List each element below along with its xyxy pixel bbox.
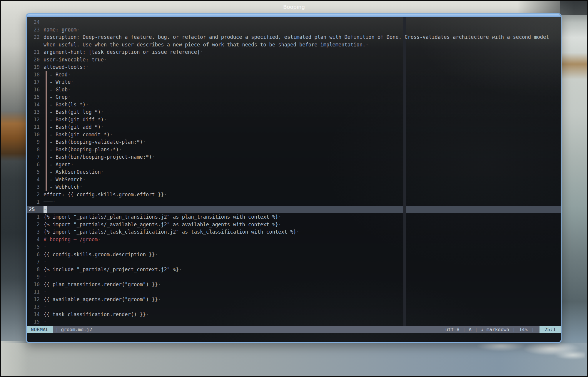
line-text: {% include "_partials/_project_context.j…	[44, 267, 179, 272]
editor-line[interactable]: 15 - Grep·	[27, 93, 561, 101]
os-icon: Δ	[468, 327, 472, 332]
window-titlebar-strip[interactable]	[27, 14, 561, 17]
editor-line[interactable]: 9 - Bash(booping-validate-plan:*)·	[27, 138, 561, 146]
line-number: 6	[27, 161, 40, 169]
editor-line[interactable]: 6{{ config.skills.groom.description }}·	[27, 251, 561, 259]
trailing-space-marker: ·	[164, 192, 167, 197]
trailing-space-marker: ·	[365, 42, 368, 48]
line-text: - Grep	[44, 94, 68, 100]
editor-line[interactable]: 10{{ plan_transitions.render("groom") }}…	[27, 281, 561, 289]
line-text: # booping — /groom	[44, 237, 98, 242]
line-text: - Bash(booping-plans:*)	[44, 147, 119, 153]
editor-line[interactable]: 9·	[27, 273, 561, 281]
filename-label: groom.md.j2	[61, 327, 92, 332]
line-number: 2	[27, 221, 40, 229]
mode-indicator: NORMAL	[27, 326, 53, 333]
line-number: 1	[27, 213, 40, 221]
cursor-position-badge: 25:1	[539, 326, 561, 333]
trailing-space-marker: ·	[110, 132, 113, 138]
line-number: 12	[27, 116, 40, 124]
color-column	[403, 17, 406, 326]
trailing-space-marker: ·	[71, 79, 74, 85]
scroll-percent: 14%	[518, 327, 529, 332]
line-number: 3	[27, 183, 40, 191]
editor-line[interactable]: 10 - Bash(git commit *)·	[27, 131, 561, 139]
trailing-space-marker: ·	[155, 252, 158, 257]
editor-line[interactable]: 7·	[27, 258, 561, 266]
editor-line[interactable]: 13·	[27, 303, 561, 311]
editor-line[interactable]: 19allowed-tools:·	[27, 63, 561, 71]
editor-line[interactable]: 11·	[27, 288, 561, 296]
trailing-space-marker: ·	[152, 154, 155, 160]
editor-line[interactable]: 8{% include "_partials/_project_context.…	[27, 266, 561, 274]
trailing-space-marker: ·	[44, 319, 46, 325]
editor-line[interactable]: 13 - Bash(git log *)·	[27, 108, 561, 116]
line-text: {{ available_agents.render("groom") }}	[44, 296, 158, 302]
line-text: {{ config.skills.groom.description }}	[44, 252, 155, 257]
editor-line[interactable]: when useful. Use when the user describes…	[27, 41, 561, 49]
trailing-space-marker: ·	[104, 117, 107, 123]
line-number: 20	[27, 56, 40, 64]
editor-line[interactable]: 3 - WebFetch·	[27, 183, 561, 191]
line-text: - Bash(git log *)	[44, 109, 101, 115]
command-line[interactable]	[27, 333, 561, 342]
editor-line[interactable]: 16 - Glob·	[27, 86, 561, 94]
trailing-space-marker: ·	[278, 214, 281, 220]
trailing-space-marker: ·	[53, 199, 56, 205]
line-number: 11	[27, 288, 40, 296]
trailing-space-marker: ·	[68, 72, 71, 78]
editor-line[interactable]: 14{{ task_classification.render() }}·	[27, 311, 561, 319]
trailing-space-marker: ·	[44, 274, 46, 280]
line-number: 16	[27, 86, 40, 94]
editor-line[interactable]: 14 - Bash(ls *)·	[27, 101, 561, 109]
editor-line[interactable]: 23name: groom·	[27, 26, 561, 34]
line-text: - Bash(ls *)	[44, 102, 86, 108]
trailing-space-marker: ·	[68, 87, 71, 93]
editor-line[interactable]: 1{% import "_partials/_plan_transitions.…	[27, 213, 561, 221]
trailing-space-marker: ·	[98, 237, 101, 242]
editor-line[interactable]: 7 - Bash(bin/booping-project-name:*)·	[27, 153, 561, 161]
statusline-right: utf-8 | Δ | ↓ markdown | 14% | 25:1	[445, 326, 561, 333]
line-number: 9	[27, 273, 40, 281]
editor-line[interactable]: 5 - AskUserQuestion·	[27, 168, 561, 176]
trailing-space-marker: ·	[278, 222, 281, 227]
line-number: 21	[27, 48, 40, 56]
editor-line[interactable]: 4 - WebSearch·	[27, 176, 561, 184]
line-number: 8	[27, 146, 40, 154]
editor-line[interactable]: 22description: Deep-research a feature, …	[27, 33, 561, 41]
editor-line[interactable]: 21argument-hint: [task description or is…	[27, 48, 561, 56]
editor-line[interactable]: 15·	[27, 318, 561, 326]
wallpaper-foam	[0, 341, 28, 377]
editor-line[interactable]: 4# booping — /groom·	[27, 236, 561, 244]
statusline-separator: |	[529, 327, 537, 332]
editor-line[interactable]: 3{% import "_partials/_task_classificati…	[27, 228, 561, 236]
editor-line[interactable]: 11 - Bash(git add *)·	[27, 123, 561, 131]
editor-line[interactable]: 17 - Write·	[27, 78, 561, 86]
line-text: ───	[44, 199, 53, 205]
editor-line[interactable]: 2{% import "_partials/_available_agents.…	[27, 221, 561, 229]
editor-line[interactable]: 25·	[27, 206, 561, 214]
line-text: - Bash(booping-validate-plan:*)	[44, 139, 143, 145]
editor-area[interactable]: 24───·23name: groom·22description: Deep-…	[27, 17, 561, 326]
trailing-space-marker: ·	[146, 311, 149, 317]
editor-line[interactable]: 2effort: {{ config.skills.groom.effort }…	[27, 191, 561, 199]
editor-line[interactable]: 12{{ available_agents.render("groom") }}…	[27, 296, 561, 304]
editor-lines: 24───·23name: groom·22description: Deep-…	[27, 19, 561, 326]
line-number: 4	[27, 236, 40, 244]
statusline: NORMAL | groom.md.j2 utf-8 | Δ | ↓ markd…	[27, 326, 561, 333]
editor-line[interactable]: 24───·	[27, 19, 561, 26]
terminal-window[interactable]: 24───·23name: groom·22description: Deep-…	[26, 13, 562, 343]
line-number: 4	[27, 176, 40, 184]
editor-line[interactable]: 1───·	[27, 198, 561, 206]
editor-line[interactable]: 6 - Agent·	[27, 161, 561, 169]
trailing-space-marker: ·	[101, 169, 103, 175]
line-number: 7	[27, 153, 40, 161]
editor-line[interactable]: 20user-invocable: true·	[27, 56, 561, 64]
editor-line[interactable]: 5·	[27, 243, 561, 251]
editor-line[interactable]: 18 - Read·	[27, 71, 561, 79]
trailing-space-marker: ·	[104, 57, 107, 63]
editor-line[interactable]: 12 - Bash(git diff *)·	[27, 116, 561, 124]
trailing-space-marker: ·	[101, 109, 103, 115]
editor-line[interactable]: 8 - Bash(booping-plans:*)·	[27, 146, 561, 154]
line-text: ───	[44, 19, 53, 25]
